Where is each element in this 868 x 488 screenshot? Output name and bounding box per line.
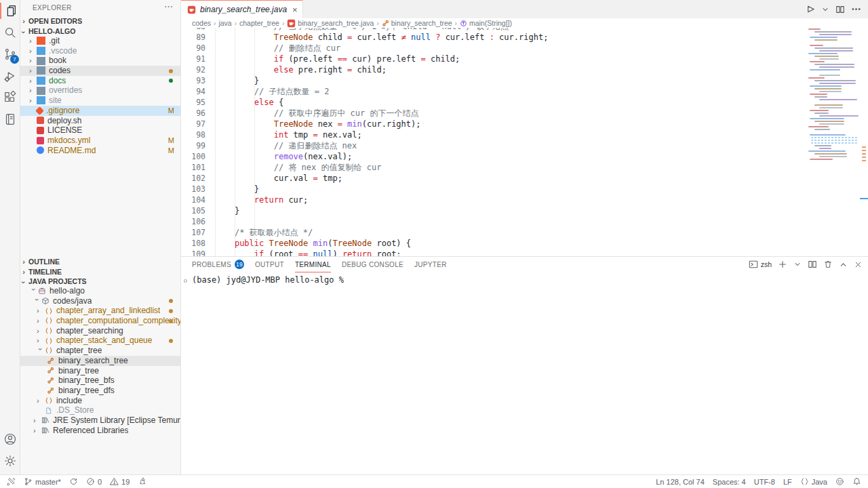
outline-section[interactable]: › OUTLINE (20, 257, 180, 267)
open-editors-section[interactable]: › OPEN EDITORS (20, 16, 180, 26)
git-branch[interactable]: master* (24, 477, 61, 486)
java-projects-section[interactable]: › JAVA PROJECTS (20, 277, 180, 287)
code-line-102[interactable]: 102 cur.val = tmp; (181, 173, 807, 184)
code-line-95[interactable]: 95 else { (181, 97, 807, 108)
file-docs[interactable]: › docs (20, 76, 180, 86)
jupyter-tab[interactable]: JUPYTER (414, 257, 447, 272)
shell-selector[interactable]: zsh (749, 260, 772, 269)
code-line-97[interactable]: 97 TreeNode nex = min(cur.right); (181, 119, 807, 129)
code-line-106[interactable]: 106 (181, 216, 807, 227)
close-panel-button[interactable] (854, 260, 863, 269)
code-line-108[interactable]: 108 public TreeNode min(TreeNode root) { (181, 238, 807, 249)
terminal-tab[interactable]: TERMINAL (295, 257, 331, 272)
feedback[interactable] (835, 477, 844, 486)
split-editor-button[interactable] (835, 5, 845, 14)
file-book[interactable]: › book (20, 56, 180, 66)
java-chapter-stack-and-queue[interactable]: › chapter_stack_and_queue (20, 336, 180, 346)
debug-console-tab[interactable]: DEBUG CONSOLE (342, 257, 403, 272)
code-line-103[interactable]: 103 } (181, 184, 807, 195)
code-line-105[interactable]: 105 } (181, 205, 807, 216)
activity-notebook[interactable] (0, 108, 20, 130)
code-line-91[interactable]: 91 if (pre.left == cur) pre.left = child… (181, 54, 807, 64)
overview-ruler[interactable] (860, 27, 868, 256)
file-codes[interactable]: › codes (20, 66, 180, 76)
file-git[interactable]: › .git (20, 36, 180, 46)
kill-terminal-button[interactable] (823, 260, 833, 269)
tab-binary-search-tree[interactable]: binary_search_tree.java × (181, 0, 303, 18)
sync-changes[interactable] (69, 477, 78, 486)
code-line-98[interactable]: 98 int tmp = nex.val; (181, 129, 807, 140)
more-actions-icon[interactable]: ⋯ (164, 1, 174, 12)
remote-indicator[interactable] (7, 477, 16, 486)
maximize-panel-button[interactable] (839, 260, 848, 269)
terminal-prompt[interactable]: (base) jyd@JYD-MBP hello-algo % (192, 275, 344, 285)
breadcrumb-binary-search-tree-java[interactable]: binary_search_tree.java (287, 19, 374, 28)
timeline-section[interactable]: › TIMELINE (20, 267, 180, 277)
file-mkdocs-yml[interactable]: mkdocs.yml M (20, 136, 180, 146)
file-site[interactable]: › site (20, 96, 180, 106)
language-mode[interactable]: Java (800, 477, 827, 486)
java-binary-search-tree[interactable]: binary_search_tree (20, 356, 180, 366)
java-codes-java[interactable]: › codes/java (20, 296, 180, 306)
activity-source-control[interactable]: 7 (0, 43, 20, 65)
java-include[interactable]: › include (20, 396, 180, 406)
run-button[interactable] (805, 4, 815, 14)
split-terminal-button[interactable] (808, 260, 817, 269)
run-dropdown[interactable] (821, 5, 829, 14)
breadcrumb-binary-search-tree[interactable]: binary_search_tree (382, 19, 452, 27)
more-actions-button[interactable] (851, 4, 861, 14)
close-tab-icon[interactable]: × (292, 5, 298, 15)
problems-tab[interactable]: PROBLEMS 19 (192, 257, 244, 272)
activity-search[interactable] (0, 22, 20, 43)
java-binary-tree[interactable]: binary_tree (20, 366, 180, 376)
indentation[interactable]: Spaces: 4 (713, 478, 746, 486)
eol[interactable]: LF (783, 478, 792, 486)
code-line-100[interactable]: 100 remove(nex.val); (181, 151, 807, 162)
terminal-dropdown[interactable] (793, 260, 802, 268)
java-chapter-tree[interactable]: › chapter_tree (20, 346, 180, 356)
activity-account[interactable] (0, 428, 20, 450)
output-tab[interactable]: OUTPUT (255, 257, 284, 272)
code-line-109[interactable]: 109 if (root == null) return root; (181, 249, 807, 256)
file-vscode[interactable]: › .vscode (20, 46, 180, 56)
breadcrumb-main-string[interactable]: main(String[]) (460, 19, 512, 27)
new-terminal-button[interactable] (778, 260, 787, 269)
activity-extensions[interactable] (0, 87, 20, 108)
java-binary-tree-bfs[interactable]: binary_tree_bfs (20, 375, 180, 386)
code-line-99[interactable]: 99 // 递归删除结点 nex (181, 140, 807, 151)
file-deploy-sh[interactable]: deploy.sh (20, 116, 180, 126)
code-line-107[interactable]: 107 /* 获取最小结点 */ (181, 227, 807, 238)
java-hello-algo[interactable]: › hello-algo (20, 286, 180, 296)
warnings[interactable]: 19 (110, 477, 130, 486)
code-line-104[interactable]: 104 return cur; (181, 195, 807, 205)
code-line-96[interactable]: 96 // 获取中序遍历中 cur 的下一个结点 (181, 108, 807, 119)
code-line-93[interactable]: 93 } (181, 75, 807, 86)
minimap[interactable] (807, 27, 860, 256)
java-binary-tree-dfs[interactable]: binary_tree_dfs (20, 386, 180, 396)
code-editor[interactable]: 88 // 当子结点数量 = 0 / 1 时， child = null / 该… (181, 28, 807, 256)
workspace-root-section[interactable]: › HELLO-ALGO (20, 26, 180, 37)
code-line-101[interactable]: 101 // 将 nex 的值复制给 cur (181, 162, 807, 173)
code-line-90[interactable]: 90 // 删除结点 cur (181, 43, 807, 54)
java-referenced-libraries[interactable]: › Referenced Libraries (20, 426, 180, 436)
code-line-92[interactable]: 92 else pre.right = child; (181, 64, 807, 75)
java-chapter-searching[interactable]: › chapter_searching (20, 326, 180, 336)
file-license[interactable]: LICENSE (20, 125, 180, 136)
code-line-94[interactable]: 94 // 子结点数量 = 2 (181, 86, 807, 97)
breadcrumb-codes[interactable]: codes (192, 19, 211, 27)
java-jre-system-library-eclipse-temurin-17-17[interactable]: › JRE System Library [Eclipse Temurin 17… (20, 415, 180, 426)
java-chapter-computational-complexity[interactable]: › chapter_computational_complexity (20, 316, 180, 326)
activity-run-debug[interactable] (0, 65, 20, 87)
file-gitignore[interactable]: .gitignore M (20, 106, 180, 116)
file-overrides[interactable]: › overrides (20, 85, 180, 96)
encoding[interactable]: UTF-8 (754, 478, 775, 486)
java-chapter-array-and-linkedlist[interactable]: › chapter_array_and_linkedlist (20, 306, 180, 316)
breadcrumb-chapter-tree[interactable]: chapter_tree (239, 19, 279, 27)
activity-explorer[interactable] (0, 0, 20, 22)
java-ds-store[interactable]: .DS_Store (20, 405, 180, 415)
code-line-89[interactable]: 89 TreeNode child = cur.left ≠ null ? cu… (181, 32, 807, 43)
cursor-position[interactable]: Ln 128, Col 74 (656, 478, 705, 486)
notifications[interactable] (852, 477, 861, 486)
errors[interactable]: 0 (86, 477, 102, 486)
file-readme-md[interactable]: README.md M (20, 146, 180, 156)
